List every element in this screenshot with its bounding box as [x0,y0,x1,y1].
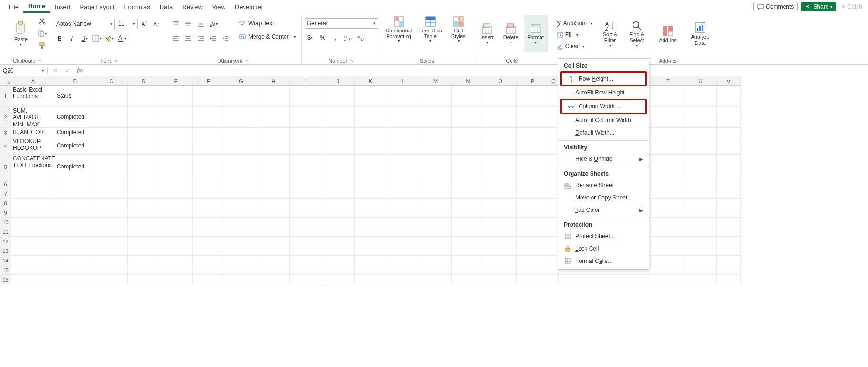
cell[interactable] [717,86,741,107]
cell[interactable] [128,275,160,284]
font-family-combo[interactable]: Aptos Narrow▾ [54,19,115,29]
cell[interactable] [95,237,128,246]
format-painter-button[interactable] [36,40,48,52]
cell[interactable] [193,227,225,237]
tab-insert[interactable]: Insert [50,1,75,12]
comma-button[interactable]: , [329,31,341,43]
menu-row-height[interactable]: Row Height... [562,73,645,85]
cell[interactable] [652,256,684,265]
cell[interactable] [225,199,257,208]
cell[interactable] [652,179,684,189]
align-top-button[interactable] [170,18,182,30]
cell[interactable]: Completed [55,128,95,137]
cell[interactable] [387,137,419,155]
tab-formulas[interactable]: Formulas [120,1,155,12]
cell[interactable] [684,107,717,128]
cell[interactable] [452,86,484,107]
cell[interactable] [290,256,322,265]
cell[interactable]: SUM, AVERAGE, MIN, MAX [11,107,55,128]
cell[interactable] [484,265,517,275]
cell[interactable] [290,275,322,284]
cell[interactable] [517,128,549,137]
cell[interactable] [55,237,95,246]
cell[interactable] [517,155,549,179]
cell[interactable] [322,208,355,218]
number-launcher[interactable]: ⤡ [350,58,354,63]
cell[interactable] [128,189,160,199]
fill-button[interactable]: Fill▾ [554,30,595,40]
cell[interactable] [225,128,257,137]
underline-button[interactable]: U▾ [79,32,90,44]
cell[interactable] [355,275,387,284]
cell[interactable] [717,246,741,256]
row-header[interactable]: 14 [0,256,11,265]
cell[interactable] [95,137,128,155]
cell[interactable] [128,179,160,189]
cell[interactable] [387,86,419,107]
cell[interactable] [95,128,128,137]
cell[interactable] [452,155,484,179]
cell[interactable] [257,199,290,208]
cell[interactable] [128,137,160,155]
insert-cells-button[interactable]: Insert▾ [476,15,498,52]
cell[interactable] [11,256,55,265]
cell[interactable] [419,137,452,155]
cell[interactable] [717,265,741,275]
cell[interactable] [355,256,387,265]
cell[interactable] [684,208,717,218]
cell[interactable] [257,256,290,265]
cell[interactable] [128,265,160,275]
font-size-combo[interactable]: 11▾ [116,19,138,29]
increase-font-button[interactable]: A^ [139,18,150,30]
cell[interactable] [549,275,559,284]
cell[interactable] [419,256,452,265]
cell[interactable] [290,199,322,208]
align-left-button[interactable] [170,32,182,44]
menu-rename-sheet[interactable]: Rename Sheet [558,179,649,191]
cell[interactable] [128,86,160,107]
cell[interactable] [559,275,652,284]
column-header[interactable]: O [484,76,517,86]
cell[interactable] [225,256,257,265]
cell[interactable] [95,86,128,107]
cell[interactable] [684,128,717,137]
row-header[interactable]: 16 [0,275,11,284]
increase-indent-button[interactable] [220,32,231,44]
column-header[interactable]: G [225,76,257,86]
column-header[interactable]: Q [549,76,559,86]
cell[interactable] [290,265,322,275]
cell[interactable] [549,237,559,246]
increase-decimal-button[interactable]: .0.00 [342,31,353,43]
cell[interactable] [517,246,549,256]
cell[interactable] [322,275,355,284]
cell[interactable] [95,208,128,218]
comments-button[interactable]: Comments [753,2,798,11]
name-box[interactable]: Q20▾ [0,67,48,74]
cell[interactable]: Completed [55,137,95,155]
column-header[interactable]: K [355,76,387,86]
cell[interactable] [193,155,225,179]
cell[interactable] [95,246,128,256]
cell[interactable] [419,128,452,137]
cell[interactable] [717,128,741,137]
menu-tab-color[interactable]: Tab Color▶ [558,204,649,216]
cell[interactable] [652,107,684,128]
format-cells-button[interactable]: Format▾ [524,15,548,52]
cell[interactable] [355,265,387,275]
cell[interactable] [160,137,193,155]
cell[interactable] [419,227,452,237]
cell[interactable] [322,199,355,208]
cell[interactable] [452,218,484,227]
cell[interactable] [419,86,452,107]
cell[interactable] [225,227,257,237]
cell[interactable] [684,137,717,155]
paste-button[interactable]: Paste ▾ [8,15,34,52]
cell[interactable] [484,208,517,218]
cell[interactable] [225,246,257,256]
cell[interactable] [387,179,419,189]
cell[interactable] [684,199,717,208]
cell[interactable] [387,275,419,284]
row-header[interactable]: 9 [0,208,11,218]
align-bottom-button[interactable] [195,18,206,30]
cell[interactable] [387,128,419,137]
